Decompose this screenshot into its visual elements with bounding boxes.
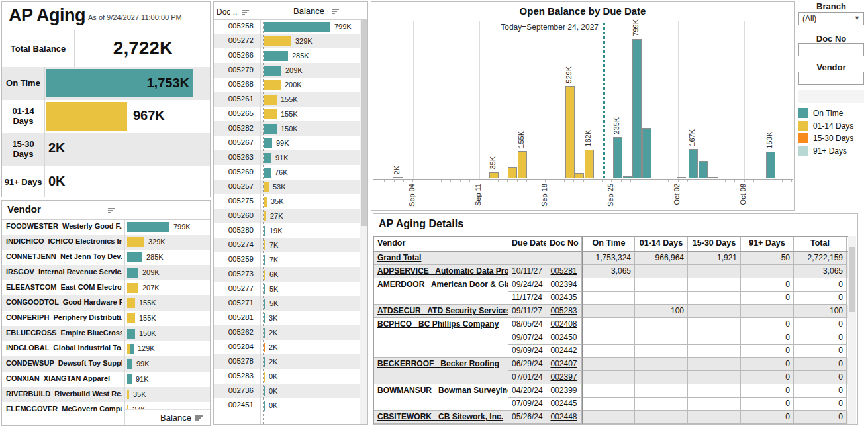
branch-dropdown[interactable]: (All) ▼ xyxy=(798,12,864,25)
vendor-row[interactable]: CONGOODTOL Good Hardware P..155K xyxy=(2,295,210,311)
balance-bar[interactable] xyxy=(264,197,267,207)
balance-bar[interactable] xyxy=(264,168,271,178)
doc-row[interactable]: 00526391K xyxy=(214,150,361,165)
doc-no-link[interactable]: 002448 xyxy=(546,411,582,424)
vendor-row[interactable]: CONDEWSUP Dewsoft Toy Supply99K xyxy=(2,356,210,372)
doc-no-link[interactable]: 002435 xyxy=(546,292,582,305)
vendor-link[interactable]: ATDSECUR ATD Security Services, I.. xyxy=(374,305,508,318)
sort-icon[interactable] xyxy=(108,207,116,214)
chart-bar[interactable] xyxy=(632,39,642,178)
chart-bar[interactable] xyxy=(508,167,517,178)
vendor-row[interactable]: INDICHICO ICHICO Electronics In..329K xyxy=(2,235,210,250)
balance-bar[interactable] xyxy=(130,344,134,354)
vendor-row[interactable]: CONNETJENN Net Jenn Toy Dev..285K xyxy=(2,250,210,265)
details-column-header[interactable]: 01-14 Days xyxy=(635,237,688,251)
doc-row[interactable]: 0052597K xyxy=(214,252,361,267)
balance-bar[interactable] xyxy=(264,138,272,148)
balance-bar[interactable] xyxy=(264,401,265,411)
balance-bar[interactable] xyxy=(264,22,330,32)
vendor-link[interactable]: BCPHCO BC Phillips Company xyxy=(374,318,508,358)
doc-row[interactable]: 00526799K xyxy=(214,136,361,150)
balance-bar[interactable] xyxy=(264,313,265,323)
details-column-header[interactable]: Doc No xyxy=(546,237,582,251)
balance-bar[interactable] xyxy=(264,372,265,382)
doc-no-link[interactable]: 005283 xyxy=(546,305,582,318)
doc-row[interactable]: 00526027K xyxy=(214,209,361,223)
doc-row[interactable]: 0027360K xyxy=(214,384,361,398)
doc-row[interactable]: 005266285K xyxy=(214,48,361,63)
doc-no-link[interactable]: 002445 xyxy=(546,398,582,411)
doc-row[interactable]: 0052830K xyxy=(214,369,361,384)
balance-bar[interactable] xyxy=(264,240,265,250)
chart-bar[interactable] xyxy=(766,152,775,178)
vendor-input[interactable] xyxy=(798,72,864,85)
doc-row[interactable]: 005261155K xyxy=(214,92,361,107)
legend-item[interactable]: 91+ Days xyxy=(798,146,864,156)
sort-icon[interactable] xyxy=(242,9,250,16)
doc-row[interactable]: 0052715K xyxy=(214,296,361,311)
doc-no-link[interactable]: 002399 xyxy=(546,384,582,398)
doc-row[interactable]: 0052736K xyxy=(214,267,361,282)
kpi-balance-bar[interactable]: 1,753K xyxy=(46,69,193,97)
balance-bar[interactable] xyxy=(264,270,265,280)
vendor-row[interactable]: INDGLOBAL Global Industrial To..129K xyxy=(2,341,210,356)
vendor-link[interactable]: BOWMANSUR Bowman Surveying xyxy=(374,384,508,411)
balance-bar[interactable] xyxy=(264,153,271,163)
balance-bar[interactable] xyxy=(264,357,265,367)
doc-row[interactable]: 0052775K xyxy=(214,282,361,296)
chart-bar[interactable] xyxy=(585,150,594,178)
balance-bar[interactable] xyxy=(264,51,288,61)
balance-bar[interactable] xyxy=(127,268,138,278)
doc-no-link[interactable]: 002407 xyxy=(546,358,582,371)
doc-row[interactable]: 005258799K xyxy=(214,19,361,34)
kpi-balance-bar[interactable] xyxy=(46,102,127,131)
details-column-header[interactable]: 15-30 Days xyxy=(688,237,741,251)
doc-row[interactable]: 005282150K xyxy=(214,121,361,136)
details-column-header[interactable]: On Time xyxy=(582,237,635,251)
details-column-header[interactable]: Vendor xyxy=(374,237,508,251)
doc-row[interactable]: 005272329K xyxy=(214,34,361,48)
details-scrollbar[interactable] xyxy=(848,236,856,424)
balance-bar[interactable] xyxy=(264,95,277,105)
balance-bar[interactable] xyxy=(264,182,269,192)
vendor-row[interactable]: RIVERBUILD Riverbuild West Re..35K xyxy=(2,387,210,402)
legend-item[interactable]: On Time xyxy=(798,108,864,119)
chart-bar[interactable] xyxy=(489,172,499,178)
balance-bar[interactable] xyxy=(264,226,265,236)
vendor-row[interactable]: ELEEASTCOM East COM Electro..207K xyxy=(2,280,210,295)
balance-bar[interactable] xyxy=(264,36,291,46)
doc-row[interactable]: 0052747K xyxy=(214,238,361,252)
vendor-link[interactable]: BECKERROOF Becker Roofing xyxy=(374,358,508,384)
doc-no-link[interactable]: 002397 xyxy=(546,371,582,384)
chart-bar[interactable] xyxy=(642,128,651,178)
doc-row[interactable]: 005268200K xyxy=(214,78,361,92)
chart-bar[interactable] xyxy=(699,161,708,178)
balance-bar[interactable] xyxy=(127,374,132,384)
chart-bar[interactable] xyxy=(393,177,403,178)
vendor-link[interactable]: CBSITEWORK CB Sitework, Inc. xyxy=(374,411,508,424)
chart-bar[interactable] xyxy=(623,176,632,178)
legend-item[interactable]: 01-14 Days xyxy=(798,121,864,131)
balance-bar[interactable] xyxy=(264,328,265,338)
doc-row[interactable]: 00525753K xyxy=(214,180,361,194)
sort-icon[interactable] xyxy=(332,8,340,15)
chart-bar[interactable] xyxy=(677,177,686,178)
balance-bar[interactable] xyxy=(264,386,265,396)
balance-bar[interactable] xyxy=(127,237,144,247)
chart-bar[interactable] xyxy=(613,137,622,178)
doc-row[interactable]: 0052813K xyxy=(214,311,361,325)
doc-list-scrollbar[interactable] xyxy=(360,2,367,424)
balance-bar[interactable] xyxy=(127,390,129,399)
doc-row[interactable]: 005265155K xyxy=(214,107,361,121)
chart-bar[interactable] xyxy=(518,151,527,178)
balance-bar[interactable] xyxy=(127,222,169,232)
details-column-header[interactable]: Due Date xyxy=(508,237,546,251)
vendor-row[interactable]: EBLUECROSS Empire BlueCross ..150K xyxy=(2,326,210,341)
balance-bar[interactable] xyxy=(264,66,281,76)
vendor-link[interactable]: ADPSERVICE Automatic Data Proce.. xyxy=(374,265,508,278)
doc-no-link[interactable]: 002408 xyxy=(546,318,582,331)
doc-row[interactable]: 00526976K xyxy=(214,165,361,180)
grand-total-label[interactable]: Grand Total xyxy=(374,252,582,265)
doc-no-input[interactable] xyxy=(798,43,864,56)
balance-bar[interactable] xyxy=(127,252,142,262)
